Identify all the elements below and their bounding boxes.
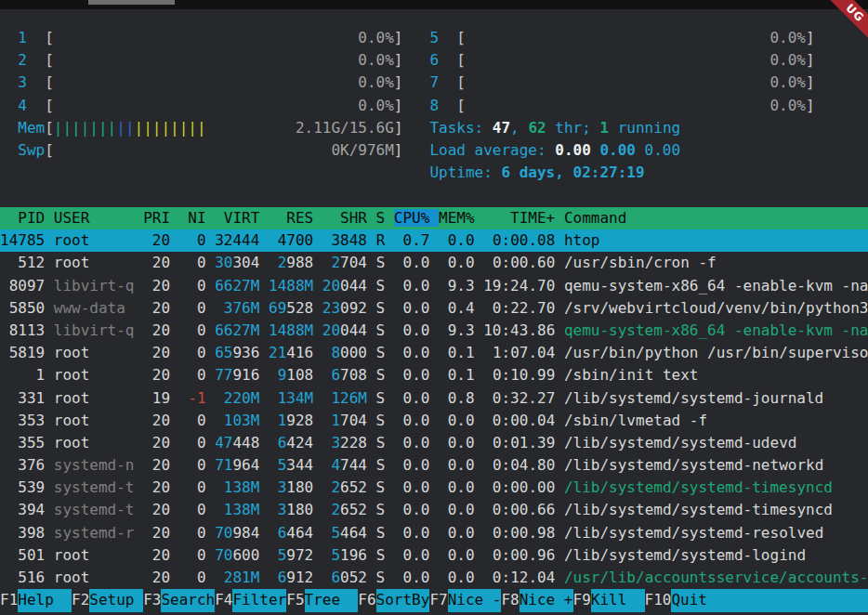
column-header-time[interactable]: TIME+ (483, 209, 564, 227)
mem-meter-line: Mem[||||||||||||||||| 2.11G/15.6G] Tasks… (0, 117, 680, 139)
cell-cmd: /sbin/lvmetad -f (555, 412, 868, 429)
cell-virt: 71 (206, 456, 233, 474)
cell-res: 6 (259, 524, 286, 542)
cell-cpu: 0.0 (385, 277, 429, 294)
fkey-f1-help[interactable]: Help (18, 589, 72, 611)
cell-shr-lo: 044 (340, 321, 367, 339)
meter-bracket: ] (806, 51, 815, 69)
cell-virt-lo: 600 (232, 546, 259, 564)
fkey-f7-nice-[interactable]: Nice - (448, 589, 502, 611)
cell-pri: 20 (135, 254, 171, 271)
fkey-f6-sortby[interactable]: SortBy (376, 589, 430, 611)
cell-pid: 8097 (0, 277, 45, 294)
cell-ni: 0 (170, 344, 206, 361)
fkey-f10-key[interactable]: F10 (645, 589, 672, 611)
cpu-meter-line: 3 [ 0.0%] 7 [ 0.0%] (0, 72, 815, 94)
process-row[interactable]: 5819 root 20 0 65936 21416 8000 S 0.0 0.… (0, 342, 868, 364)
cell-cmd: /lib/systemd/systemd-timesyncd (555, 478, 868, 496)
cell-res-lo: 108 (286, 366, 313, 384)
cell-user: root (45, 412, 134, 429)
cell-s: S (367, 277, 385, 294)
cell-s: S (367, 546, 385, 564)
column-header-pid[interactable]: PID (0, 209, 54, 227)
cell-mem: 0.8 (429, 389, 474, 407)
column-header-cpu[interactable]: CPU% (394, 209, 439, 227)
process-row[interactable]: 516 root 20 0 281M 6912 6052 S 0.0 0.0 0… (0, 567, 868, 589)
process-row[interactable]: 355 root 20 0 47448 6424 3228 S 0.0 0.0 … (0, 432, 868, 454)
process-row[interactable]: 8097 libvirt-q 20 0 6627M 1488M 20044 S … (0, 275, 868, 297)
cell-time: 0:00.66 (475, 501, 556, 518)
column-header-user[interactable]: USER (54, 209, 143, 227)
cell-res: 4 (259, 231, 286, 249)
fkey-f1-key[interactable]: F1 (0, 589, 18, 611)
fkey-f7-key[interactable]: F7 (429, 589, 447, 611)
cell-virt-lo: 304 (232, 254, 259, 271)
process-row[interactable]: 394 systemd-t 20 0 138M 3180 2652 S 0.0 … (0, 499, 868, 521)
fkey-f10-quit[interactable]: Quit (671, 589, 868, 611)
fkey-f2-setup[interactable]: Setup (89, 589, 143, 611)
swap-meter-label: Swp (0, 141, 45, 159)
process-row[interactable]: 501 root 20 0 70600 5972 5196 S 0.0 0.0 … (0, 544, 868, 567)
fkey-f9-key[interactable]: F9 (573, 589, 591, 611)
column-header-pri[interactable]: PRI (143, 209, 179, 227)
fkey-f8-key[interactable]: F8 (501, 589, 519, 611)
cell-cmd: /lib/systemd/systemd-resolved (555, 524, 868, 542)
cell-cpu: 0.0 (385, 501, 429, 518)
cell-virt: 65 (206, 344, 233, 361)
cell-pri: 20 (135, 478, 171, 496)
column-header-shr[interactable]: SHR (322, 209, 376, 227)
load-average-value: 0.00 (645, 141, 681, 159)
process-row[interactable]: 353 root 20 0 103M 1928 1704 S 0.0 0.0 0… (0, 410, 868, 432)
cell-shr-lo: 652 (340, 501, 367, 518)
mem-meter-bar: |||||||| (135, 119, 206, 137)
cell-mem: 0.0 (429, 546, 474, 564)
column-header-mem[interactable]: MEM% (439, 209, 483, 227)
fkey-f5-key[interactable]: F5 (286, 589, 304, 611)
fkey-f5-tree[interactable]: Tree (305, 589, 359, 611)
process-row[interactable]: 331 root 19 -1 220M 134M 126M S 0.0 0.8 … (0, 387, 868, 410)
fkey-f9-kill[interactable]: Kill (591, 589, 645, 611)
process-row[interactable]: 8113 libvirt-q 20 0 6627M 1488M 20044 S … (0, 320, 868, 342)
cell-res: 134M (259, 389, 313, 407)
meter-bracket: [ (45, 73, 54, 91)
uptime-value: 6 days, 02:27:19 (501, 164, 644, 181)
column-header-ni[interactable]: NI (179, 209, 216, 227)
cell-ni: 0 (170, 231, 206, 249)
uptime-label: Uptime: (429, 164, 501, 181)
top-scrollbar-track (0, 0, 868, 9)
cell-virt-lo: 916 (232, 366, 259, 384)
meter-bracket: [ (45, 97, 54, 114)
process-row[interactable]: 512 root 20 0 30304 2988 2704 S 0.0 0.0 … (0, 252, 868, 274)
process-row[interactable]: 398 systemd-r 20 0 70984 6464 5464 S 0.0… (0, 522, 868, 544)
fkey-f8-nice+[interactable]: Nice + (519, 589, 573, 611)
cell-s: S (367, 501, 385, 518)
column-header-s[interactable]: S (376, 209, 394, 227)
mem-meter-bar: || (116, 119, 134, 137)
column-header-res[interactable]: RES (269, 209, 322, 227)
meter-bracket: [ (45, 51, 54, 69)
process-row[interactable]: 376 systemd-n 20 0 71964 5344 4744 S 0.0… (0, 454, 868, 477)
process-row[interactable]: 1 root 20 0 77916 9108 6708 S 0.0 0.1 0:… (0, 364, 868, 386)
scrollbar-thumb[interactable] (88, 0, 175, 5)
cell-cpu: 0.0 (385, 299, 429, 317)
cell-cpu: 0.0 (385, 456, 429, 474)
cell-res: 9 (259, 366, 286, 384)
cell-s: S (367, 434, 385, 451)
fkey-f3-key[interactable]: F3 (143, 589, 161, 611)
cell-res-lo: 972 (286, 546, 313, 564)
meter-bracket: ] (394, 141, 430, 159)
process-row[interactable]: 5850 www-data 20 0 376M 69528 23092 S 0.… (0, 297, 868, 320)
fkey-f4-key[interactable]: F4 (215, 589, 232, 611)
fkey-f3-search[interactable]: Search (161, 589, 215, 611)
cell-res: 1 (259, 412, 286, 429)
fkey-f4-filter[interactable]: Filter (232, 589, 286, 611)
fkey-f2-key[interactable]: F2 (72, 589, 89, 611)
fkey-f6-key[interactable]: F6 (358, 589, 375, 611)
process-row[interactable]: 539 systemd-t 20 0 138M 3180 2652 S 0.0 … (0, 477, 868, 499)
cell-cmd: qemu-system-x86_64 -enable-kvm -na (555, 321, 868, 339)
cell-mem: 0.0 (429, 254, 474, 271)
column-header-cmd[interactable]: Command (564, 209, 868, 227)
process-row[interactable]: 14785 root 20 0 32444 4700 3848 R 0.7 0.… (0, 229, 868, 252)
column-header-virt[interactable]: VIRT (215, 209, 269, 227)
cell-shr-lo: 744 (340, 456, 367, 474)
